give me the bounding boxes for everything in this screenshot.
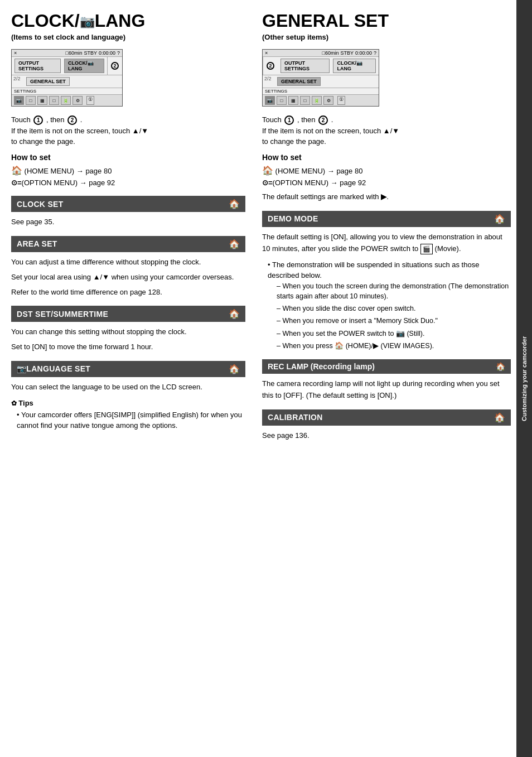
- settings-text-left: SETTINGS: [14, 89, 36, 94]
- settings-icon-6-right: ⚙: [323, 96, 333, 105]
- settings-icons-left: 📷 □ ▦ □ 🔋 ⚙ ①: [12, 94, 122, 106]
- clock-set-header: CLOCK SET 🏠: [11, 196, 245, 212]
- settings-icon-4-right: □: [300, 96, 310, 105]
- page-container: CLOCK/📷LANG (Items to set clock and lang…: [0, 0, 532, 757]
- tips-section: Tips Your camcorder offers [ENG[SIMP]] (…: [11, 399, 245, 431]
- output-settings-btn-right[interactable]: OUTPUT SETTINGS: [280, 59, 330, 73]
- screen-body-left: OUTPUT SETTINGS CLOCK/📷LANG 2 2/2 GENERA…: [12, 57, 122, 106]
- arrow-badge-1-right: ①: [337, 96, 345, 105]
- top-icons-right: □60min STBY 0:00:00 ?: [322, 50, 376, 56]
- page-indicator-right: 2/2: [263, 75, 275, 88]
- calibration-line1: See page 136.: [262, 430, 511, 442]
- demo-mode-title: DEMO MODE: [268, 214, 318, 223]
- home-press-icon: 🏠: [335, 341, 344, 350]
- screen-badge-2-left: 2: [111, 62, 119, 70]
- settings-icon-1-left: 📷: [14, 96, 24, 105]
- battery-indicator-right: □60min: [322, 50, 338, 56]
- dst-set-home-icon: 🏠: [229, 308, 240, 319]
- circle-1-left: 1: [33, 115, 43, 125]
- touch-period-right: .: [331, 115, 333, 124]
- clock-set-text: See page 35.: [11, 216, 245, 228]
- language-set-home-icon: 🏠: [229, 364, 240, 374]
- close-icon-right: ×: [265, 50, 268, 56]
- rec-lamp-line1: The camera recording lamp will not light…: [262, 378, 511, 402]
- help-icon: ?: [117, 50, 120, 56]
- screen-row-1: OUTPUT SETTINGS CLOCK/📷LANG 2: [12, 57, 122, 75]
- settings-icons-right: 📷 □ ▦ □ 🔋 ⚙ ①: [263, 94, 379, 106]
- settings-label-left: SETTINGS: [12, 88, 122, 94]
- settings-icon-3-right: ▦: [288, 96, 298, 105]
- demo-mode-bullets: The demonstration will be suspended in s…: [262, 259, 511, 352]
- rec-lamp-title: REC LAMP (Recording lamp): [268, 362, 375, 371]
- general-set-btn-left: GENERAL SET: [24, 75, 122, 88]
- right-column: GENERAL SET (Other setup items) × □60min…: [257, 11, 511, 746]
- arrow-marker: ▶: [381, 192, 386, 201]
- clock-set-home-icon: 🏠: [229, 199, 240, 209]
- clock-set-title: CLOCK SET: [17, 200, 64, 209]
- how-to-set-left: How to set 🏠 (HOME MENU) → page 80 ⊙=(OP…: [11, 153, 245, 189]
- left-screen-mockup: × □60min STBY 0:00:00 ? OUTPUT SETTINGS …: [11, 49, 123, 107]
- still-icon: 📷: [396, 329, 405, 337]
- dst-set-body: You can change this setting without stop…: [11, 326, 245, 353]
- touch-instructions-right: Touch 1 , then 2 . If the item is not on…: [262, 114, 511, 147]
- help-icon-right: ?: [374, 50, 376, 56]
- main-content: CLOCK/📷LANG (Items to set clock and lang…: [0, 0, 516, 757]
- tips-item-1: Your camcorder offers [ENG[SIMP]] (simpl…: [17, 409, 245, 431]
- screen-badge-2-right: 2: [267, 62, 274, 70]
- output-settings-btn-left[interactable]: OUTPUT SETTINGS: [14, 59, 61, 73]
- screen-top-bar-left: × □60min STBY 0:00:00 ?: [12, 50, 122, 57]
- how-to-set-title-left: How to set: [11, 153, 245, 162]
- language-set-line1: You can select the language to be used o…: [11, 382, 245, 393]
- how-to-set-title-right: How to set: [262, 153, 511, 162]
- settings-icon-5-left: 🔋: [61, 96, 71, 105]
- dst-set-line2: Set to [ON] to move the time forward 1 h…: [11, 341, 245, 353]
- page-indicator-left: 2/2: [12, 75, 24, 88]
- touch-line3-left: to change the page.: [11, 137, 75, 146]
- demo-sub-1: When you touch the screen during the dem…: [277, 281, 511, 302]
- settings-icon-3-left: ▦: [37, 96, 47, 105]
- how-to-set-line1-left: 🏠 (HOME MENU) → page 80: [11, 164, 245, 177]
- settings-label-right: SETTINGS: [263, 88, 379, 94]
- touch-then-right: , then: [297, 115, 316, 124]
- language-set-header: 📷LANGUAGE SET 🏠: [11, 361, 245, 377]
- touch-period-left: .: [80, 115, 83, 124]
- movie-icon: 🎬: [420, 244, 433, 255]
- how-to-set-line1-right: 🏠 (HOME MENU) → page 80: [262, 164, 511, 177]
- screen-body-right: 2 OUTPUT SETTINGS CLOCK/📷LANG 2/2 GENERA…: [263, 57, 379, 106]
- dst-set-title: DST SET/SUMMERTIME: [17, 310, 108, 319]
- area-set-line1: You can adjust a time difference without…: [11, 257, 245, 268]
- circle-2-left: 2: [67, 115, 77, 125]
- touch-then-left: , then: [46, 115, 65, 124]
- screen-row-1-content: OUTPUT SETTINGS CLOCK/📷LANG: [12, 57, 107, 75]
- view-images-icon: ▶: [373, 341, 379, 350]
- clock-set-body: See page 35.: [11, 216, 245, 228]
- touch-instructions-left: Touch 1 , then 2 . If the item is not on…: [11, 114, 245, 147]
- clock-lang-btn-right[interactable]: CLOCK/📷LANG: [333, 59, 376, 73]
- general-set-btn-right[interactable]: GENERAL SET: [277, 77, 321, 86]
- home-icon-left: 🏠: [11, 166, 22, 175]
- rec-lamp-header: REC LAMP (Recording lamp) 🏠: [262, 359, 511, 374]
- calibration-body: See page 136.: [262, 430, 511, 442]
- clock-lang-btn-left[interactable]: CLOCK/📷LANG: [64, 59, 104, 73]
- right-title: GENERAL SET: [262, 11, 511, 31]
- battery-indicator: □60min: [65, 50, 82, 56]
- stby-indicator-right: STBY: [340, 50, 354, 56]
- left-title: CLOCK/📷LANG: [11, 11, 245, 31]
- right-subtitle: (Other setup items): [262, 33, 511, 41]
- area-set-body: You can adjust a time difference without…: [11, 257, 245, 298]
- demo-mode-body: The default setting is [ON], allowing yo…: [262, 232, 511, 255]
- demo-mode-header: DEMO MODE 🏠: [262, 211, 511, 227]
- calibration-home-icon: 🏠: [494, 412, 505, 423]
- area-set-title: AREA SET: [17, 239, 57, 248]
- rec-lamp-home-icon: 🏠: [496, 362, 505, 371]
- stby-indicator: STBY: [84, 50, 97, 56]
- general-set-area-right: GENERAL SET: [275, 75, 379, 88]
- default-settings-note: The default settings are marked with ▶.: [262, 191, 511, 203]
- touch-label-left: Touch: [11, 115, 31, 124]
- general-set-btn[interactable]: GENERAL SET: [26, 77, 70, 86]
- how-to-set-line2-right: ⊙=(OPTION MENU) → page 92: [262, 177, 511, 189]
- demo-bullet-1: The demonstration will be suspended in s…: [268, 259, 511, 352]
- badge-2-right: 2: [263, 57, 278, 75]
- home-icon-right: 🏠: [262, 166, 273, 175]
- screen-row-1-right: 2 OUTPUT SETTINGS CLOCK/📷LANG: [263, 57, 379, 75]
